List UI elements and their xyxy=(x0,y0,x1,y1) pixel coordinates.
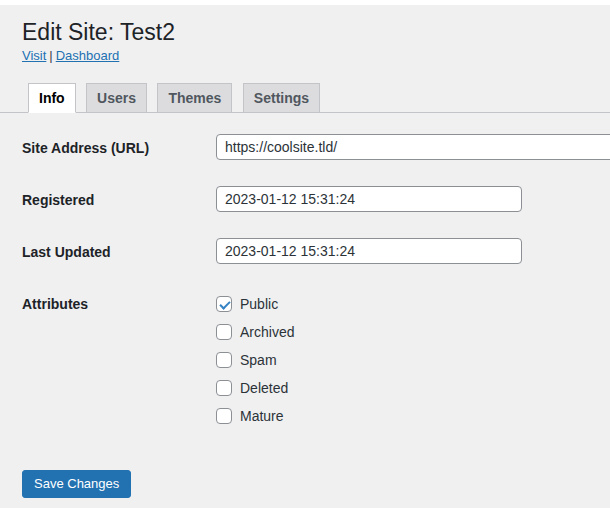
last-updated-row: Last Updated xyxy=(0,225,610,277)
last-updated-input[interactable] xyxy=(216,238,522,264)
page-title: Edit Site: Test2 xyxy=(22,17,610,47)
visit-link[interactable]: Visit xyxy=(22,48,46,63)
site-address-row: Site Address (URL) xyxy=(0,121,610,173)
public-checkbox-label: Public xyxy=(240,296,278,312)
deleted-checkbox-label: Deleted xyxy=(240,380,288,396)
spam-checkbox-label: Spam xyxy=(240,352,277,368)
checkbox-row-public: Public xyxy=(216,296,610,312)
tab-bar: Info Users Themes Settings xyxy=(0,83,610,113)
checkbox-row-deleted: Deleted xyxy=(216,380,610,396)
tab-users[interactable]: Users xyxy=(86,83,147,113)
site-address-input[interactable] xyxy=(216,134,610,160)
checkbox-row-archived: Archived xyxy=(216,324,610,340)
tab-info[interactable]: Info xyxy=(28,83,76,113)
link-separator: | xyxy=(49,48,52,63)
registered-input[interactable] xyxy=(216,186,522,212)
public-checkbox[interactable] xyxy=(216,296,232,312)
checkbox-row-spam: Spam xyxy=(216,352,610,368)
submit-area: Save Changes xyxy=(22,470,610,498)
registered-label: Registered xyxy=(0,173,216,209)
attributes-checkbox-list: Public Archived Spam Deleted Mature xyxy=(216,277,610,436)
tab-settings[interactable]: Settings xyxy=(243,83,320,113)
mature-checkbox[interactable] xyxy=(216,408,232,424)
save-changes-button[interactable]: Save Changes xyxy=(22,470,131,498)
site-action-links: Visit|Dashboard xyxy=(22,47,610,65)
tab-themes[interactable]: Themes xyxy=(157,83,232,113)
archived-checkbox-label: Archived xyxy=(240,324,294,340)
attributes-label: Attributes xyxy=(0,277,216,313)
attributes-row: Attributes Public Archived Spam Deleted … xyxy=(0,277,610,436)
spam-checkbox[interactable] xyxy=(216,352,232,368)
deleted-checkbox[interactable] xyxy=(216,380,232,396)
dashboard-link[interactable]: Dashboard xyxy=(56,48,120,63)
last-updated-label: Last Updated xyxy=(0,225,216,261)
edit-site-form: Site Address (URL) Registered Last Updat… xyxy=(0,121,610,436)
top-divider xyxy=(0,0,610,5)
checkbox-row-mature: Mature xyxy=(216,408,610,424)
archived-checkbox[interactable] xyxy=(216,324,232,340)
site-address-label: Site Address (URL) xyxy=(0,121,216,157)
registered-row: Registered xyxy=(0,173,610,225)
mature-checkbox-label: Mature xyxy=(240,408,284,424)
